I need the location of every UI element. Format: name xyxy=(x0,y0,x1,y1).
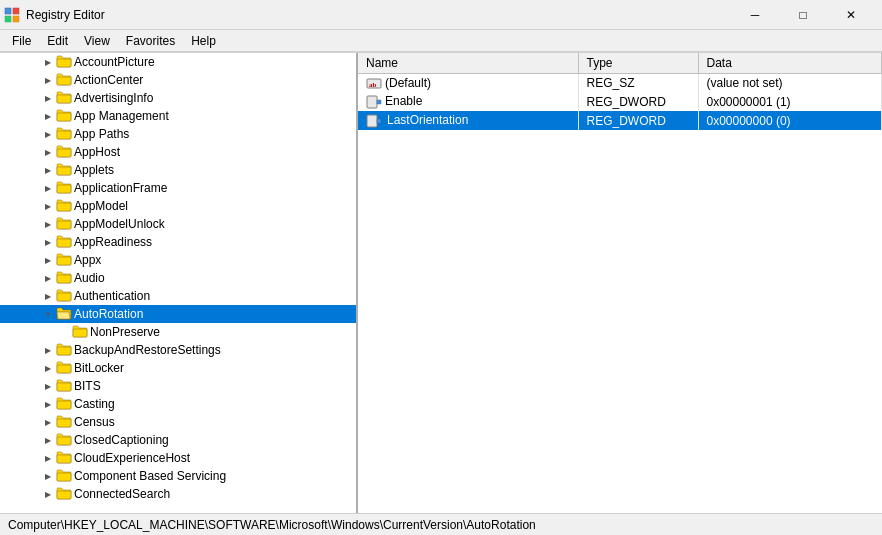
tree-toggle[interactable]: ▶ xyxy=(40,450,56,466)
tree-item[interactable]: ▶ AppModelUnlock xyxy=(0,215,356,233)
svg-rect-0 xyxy=(5,8,11,14)
tree-item-label: Authentication xyxy=(72,289,150,303)
tree-item[interactable]: ▶ Appx xyxy=(0,251,356,269)
close-button[interactable]: ✕ xyxy=(828,5,874,25)
folder-icon xyxy=(56,90,72,107)
tree-item[interactable]: ▶ Census xyxy=(0,413,356,431)
tree-item[interactable]: ▶ AppModel xyxy=(0,197,356,215)
tree-toggle[interactable]: ▶ xyxy=(40,54,56,70)
tree-toggle[interactable]: ▶ xyxy=(40,342,56,358)
tree-toggle[interactable]: ▶ xyxy=(40,468,56,484)
tree-item[interactable]: ▶ CloudExperienceHost xyxy=(0,449,356,467)
folder-icon xyxy=(56,450,72,467)
table-row[interactable]: EnableREG_DWORD0x00000001 (1) xyxy=(358,92,882,111)
tree-item[interactable]: ▶ AppHost xyxy=(0,143,356,161)
tree-panel[interactable]: ▶ AccountPicture▶ ActionCenter▶ Advertis… xyxy=(0,53,358,513)
menu-edit[interactable]: Edit xyxy=(39,32,76,50)
folder-icon xyxy=(56,72,72,89)
menu-favorites[interactable]: Favorites xyxy=(118,32,183,50)
menu-bar: File Edit View Favorites Help xyxy=(0,30,882,52)
tree-item[interactable]: NonPreserve xyxy=(0,323,356,341)
table-row[interactable]: ab(Default)REG_SZ(value not set) xyxy=(358,73,882,92)
tree-item[interactable]: ▾ AutoRotation xyxy=(0,305,356,323)
tree-toggle[interactable]: ▾ xyxy=(40,306,56,322)
tree-item[interactable]: ▶ Applets xyxy=(0,161,356,179)
tree-toggle xyxy=(56,324,72,340)
tree-item[interactable]: ▶ BackupAndRestoreSettings xyxy=(0,341,356,359)
tree-toggle[interactable]: ▶ xyxy=(40,126,56,142)
tree-toggle[interactable]: ▶ xyxy=(40,360,56,376)
tree-item-label: Appx xyxy=(72,253,101,267)
tree-item[interactable]: ▶ ConnectedSearch xyxy=(0,485,356,503)
tree-toggle[interactable]: ▶ xyxy=(40,90,56,106)
tree-item[interactable]: ▶ ApplicationFrame xyxy=(0,179,356,197)
tree-item-label: ActionCenter xyxy=(72,73,143,87)
tree-item-label: NonPreserve xyxy=(88,325,160,339)
tree-item-label: Audio xyxy=(72,271,105,285)
table-row[interactable]: LastOrientationREG_DWORD0x00000000 (0) xyxy=(358,111,882,130)
col-type: Type xyxy=(578,53,698,73)
minimize-button[interactable]: ─ xyxy=(732,5,778,25)
tree-toggle[interactable]: ▶ xyxy=(40,252,56,268)
tree-toggle[interactable]: ▶ xyxy=(40,432,56,448)
tree-item-label: BITS xyxy=(72,379,101,393)
cell-name-text: LastOrientation xyxy=(385,113,470,127)
cell-type: REG_DWORD xyxy=(578,111,698,130)
tree-toggle[interactable]: ▶ xyxy=(40,396,56,412)
folder-icon xyxy=(56,234,72,251)
tree-item[interactable]: ▶ Authentication xyxy=(0,287,356,305)
tree-item[interactable]: ▶ ActionCenter xyxy=(0,71,356,89)
app-title: Registry Editor xyxy=(26,8,105,22)
svg-rect-6 xyxy=(367,96,377,108)
tree-item-label: BitLocker xyxy=(72,361,124,375)
tree-toggle[interactable]: ▶ xyxy=(40,486,56,502)
tree-toggle[interactable]: ▶ xyxy=(40,198,56,214)
menu-file[interactable]: File xyxy=(4,32,39,50)
tree-item-label: AppReadiness xyxy=(72,235,152,249)
tree-toggle[interactable]: ▶ xyxy=(40,288,56,304)
tree-item[interactable]: ▶ BITS xyxy=(0,377,356,395)
status-bar: Computer\HKEY_LOCAL_MACHINE\SOFTWARE\Mic… xyxy=(0,513,882,535)
tree-item[interactable]: ▶ Audio xyxy=(0,269,356,287)
tree-item[interactable]: ▶ App Management xyxy=(0,107,356,125)
tree-item[interactable]: ▶ Casting xyxy=(0,395,356,413)
folder-icon xyxy=(56,414,72,431)
tree-item[interactable]: ▶ Component Based Servicing xyxy=(0,467,356,485)
cell-type: REG_SZ xyxy=(578,73,698,92)
folder-icon xyxy=(56,162,72,179)
tree-toggle[interactable]: ▶ xyxy=(40,144,56,160)
tree-item-label: ApplicationFrame xyxy=(72,181,167,195)
tree-toggle[interactable]: ▶ xyxy=(40,378,56,394)
tree-toggle[interactable]: ▶ xyxy=(40,180,56,196)
cell-name-text: Enable xyxy=(385,94,422,108)
svg-rect-3 xyxy=(13,16,19,22)
svg-text:ab: ab xyxy=(369,81,377,89)
tree-item[interactable]: ▶ AppReadiness xyxy=(0,233,356,251)
tree-item-label: AccountPicture xyxy=(72,55,155,69)
menu-view[interactable]: View xyxy=(76,32,118,50)
tree-item-label: AppModel xyxy=(72,199,128,213)
tree-item[interactable]: ▶ BitLocker xyxy=(0,359,356,377)
folder-icon xyxy=(56,486,72,503)
reg-value-icon xyxy=(366,113,385,127)
folder-icon xyxy=(56,144,72,161)
tree-item[interactable]: ▶ App Paths xyxy=(0,125,356,143)
tree-item-label: Component Based Servicing xyxy=(72,469,226,483)
folder-icon xyxy=(56,288,72,305)
tree-toggle[interactable]: ▶ xyxy=(40,72,56,88)
tree-item-label: Applets xyxy=(72,163,114,177)
menu-help[interactable]: Help xyxy=(183,32,224,50)
tree-toggle[interactable]: ▶ xyxy=(40,216,56,232)
tree-item[interactable]: ▶ AccountPicture xyxy=(0,53,356,71)
tree-item[interactable]: ▶ ClosedCaptioning xyxy=(0,431,356,449)
cell-data: 0x00000000 (0) xyxy=(698,111,882,130)
tree-item[interactable]: ▶ AdvertisingInfo xyxy=(0,89,356,107)
tree-toggle[interactable]: ▶ xyxy=(40,414,56,430)
tree-toggle[interactable]: ▶ xyxy=(40,162,56,178)
tree-toggle[interactable]: ▶ xyxy=(40,270,56,286)
tree-toggle[interactable]: ▶ xyxy=(40,234,56,250)
tree-item-label: AdvertisingInfo xyxy=(72,91,153,105)
folder-icon xyxy=(56,198,72,215)
tree-toggle[interactable]: ▶ xyxy=(40,108,56,124)
maximize-button[interactable]: □ xyxy=(780,5,826,25)
